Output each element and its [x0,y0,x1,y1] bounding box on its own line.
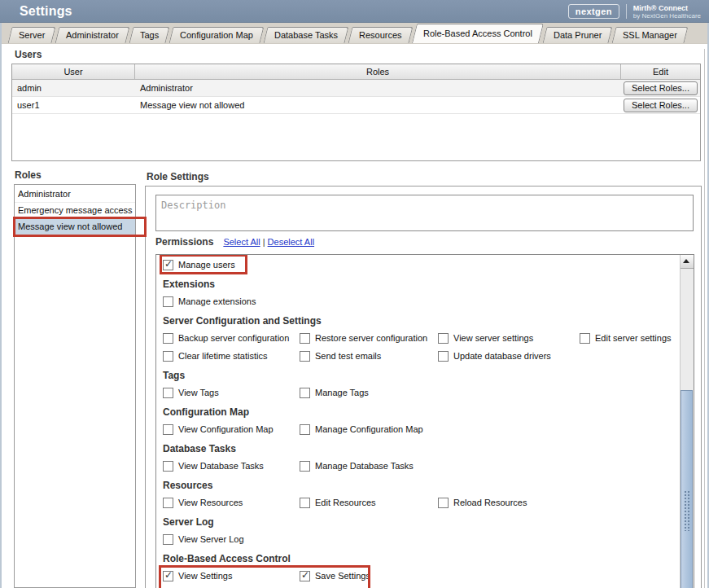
permission-row: Manage extensions [163,295,672,308]
scrollbar-grip [684,490,689,531]
permission-item-manage-tags: Manage Tags [300,386,438,399]
permission-label: Edit server settings [595,333,672,343]
user-cell-roles: Message view not allowed [135,100,621,110]
role-item-message-view-not-allowed[interactable]: Message view not allowed [15,219,135,235]
window-inner-border [704,49,705,588]
tab-data-pruner[interactable]: Data Pruner [542,27,612,43]
permission-checkbox[interactable] [163,424,173,435]
scrollbar [680,255,694,588]
roles-section-label: Roles [15,169,42,181]
brand-tagline: by NextGen Healthcare [633,12,701,20]
permission-item-manage-users: Manage users [163,258,300,271]
permission-label: View Resources [178,498,243,507]
window-edge-left [0,23,2,588]
permission-checkbox[interactable] [163,498,173,508]
permission-checkbox[interactable] [163,296,173,307]
permission-item-view-server-settings: View server settings [438,331,580,344]
permission-checkbox[interactable] [163,534,173,545]
scrollbar-up-button[interactable] [681,255,694,269]
brand-area: nextgen Mirth® Connect by NextGen Health… [568,2,701,20]
role-item-administrator[interactable]: Administrator [15,186,135,203]
permission-checkbox[interactable] [300,351,310,362]
permission-checkbox[interactable] [300,498,310,508]
permission-checkbox[interactable] [163,260,173,270]
tab-label: Role-Based Access Control [423,24,532,42]
permission-label: Restore server configuration [315,333,427,343]
tab-label: Database Tasks [274,28,338,42]
permissions-panel: Manage usersExtensionsManage extensionsS… [155,254,694,588]
permission-section-header: Database Tasks [163,444,672,454]
brand-text: Mirth® Connect by NextGen Healthcare [633,4,701,20]
tab-label: Administrator [66,28,119,42]
permission-item-manage-database-tasks: Manage Database Tasks [300,459,438,472]
users-col-header-user[interactable]: User [12,64,135,79]
permission-item-view-server-log: View Server Log [163,533,300,546]
user-cell-edit: Select Roles... [621,99,700,112]
scrollbar-thumb[interactable] [681,390,693,588]
permission-checkbox[interactable] [438,351,449,362]
permission-item-edit-server-settings: Edit server settings [580,331,672,344]
user-cell-roles: Administrator [135,83,621,93]
role-settings-label: Role Settings [147,171,209,182]
permission-checkbox[interactable] [163,351,173,362]
permission-label: View Configuration Map [178,424,274,434]
tab-tags[interactable]: Tags [129,27,170,43]
permission-checkbox[interactable] [300,388,310,398]
select-roles-button[interactable]: Select Roles... [624,99,698,112]
permission-section-header: Resources [163,480,672,491]
permission-checkbox[interactable] [580,333,590,344]
tab-resources[interactable]: Resources [348,27,414,43]
deselect-all-link[interactable]: Deselect All [268,237,314,247]
permission-item-manage-extensions: Manage extensions [163,295,300,308]
permissions-header-row: Permissions Select All | Deselect All [155,236,314,248]
role-description-input[interactable] [155,195,694,231]
permission-item-send-test-emails: Send test emails [300,349,438,362]
tab-label: Server [19,28,45,42]
permission-checkbox[interactable] [163,461,173,472]
select-roles-button[interactable]: Select Roles... [624,81,698,95]
permission-item-update-database-drivers: Update database drivers [438,349,580,362]
permission-row: Clear lifetime statisticsSend test email… [163,349,672,362]
permission-row: View ResourcesEdit ResourcesReload Resou… [163,496,672,509]
permission-checkbox[interactable] [300,461,310,472]
tab-configuration-map[interactable]: Configuration Map [169,27,265,43]
permission-label: Update database drivers [453,351,551,361]
highlight-annotation [13,217,147,237]
user-cell-username: admin [12,83,135,93]
permission-item-view-settings: View Settings [163,569,300,582]
tab-server[interactable]: Server [8,27,56,43]
user-cell-edit: Select Roles... [621,81,700,95]
role-item-emergency-message-access[interactable]: Emergency message access [15,203,135,219]
settings-window: Settings nextgen Mirth® Connect by NextG… [0,0,709,588]
permission-label: View Tags [178,388,219,397]
permission-checkbox[interactable] [300,424,310,435]
tab-label: Data Pruner [554,28,602,42]
permission-label: Manage Tags [315,388,369,397]
permission-checkbox[interactable] [438,333,449,344]
permission-checkbox[interactable] [163,388,173,398]
permission-checkbox[interactable] [438,498,449,508]
permission-row: View TagsManage Tags [163,386,672,399]
tab-role-based-access-control[interactable]: Role-Based Access Control [412,24,544,43]
users-col-header-roles[interactable]: Roles [135,64,621,79]
permission-item-manage-configuration-map: Manage Configuration Map [300,423,438,436]
tab-label: Resources [359,28,402,42]
tab-bar: ServerAdministratorTagsConfiguration Map… [0,23,709,44]
users-col-header-edit[interactable]: Edit [621,64,700,79]
select-all-link[interactable]: Select All [223,237,260,247]
permission-checkbox[interactable] [163,333,173,344]
permission-checkbox[interactable] [300,571,310,581]
permission-checkbox[interactable] [163,571,173,581]
permission-label: Save Settings [315,571,370,581]
users-table-header: User Roles Edit [12,64,700,80]
permission-label: Reload Resources [453,498,527,507]
permission-row: View Database TasksManage Database Tasks [163,459,672,472]
tab-ssl-manager[interactable]: SSL Manager [612,27,689,43]
permission-item-view-resources: View Resources [163,496,300,509]
permission-checkbox[interactable] [300,333,310,344]
permission-item-backup-server-configuration: Backup server configuration [163,331,300,344]
permission-label: Send test emails [315,351,381,361]
tab-administrator[interactable]: Administrator [55,27,130,43]
tab-database-tasks[interactable]: Database Tasks [264,27,349,43]
table-row: user1Message view not allowedSelect Role… [12,97,700,114]
